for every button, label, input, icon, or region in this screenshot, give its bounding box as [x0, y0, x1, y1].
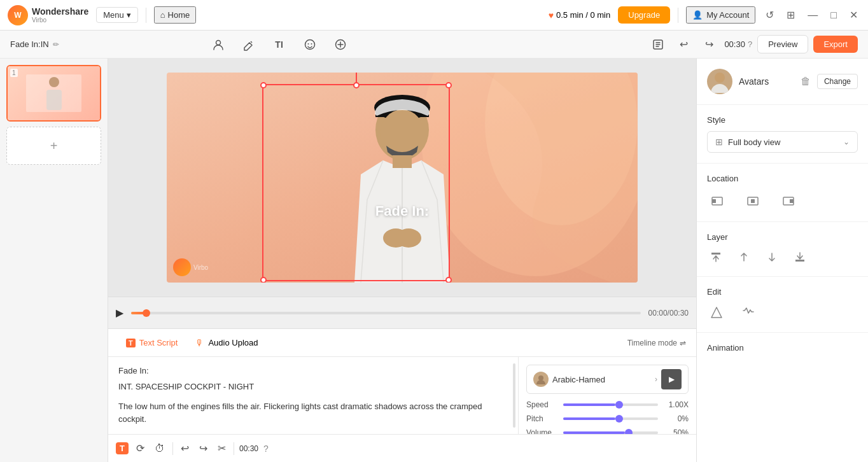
bottom-panel: T Text Script 🎙 Audio Upload Timeline mo… [108, 328, 696, 462]
slides-panel: 1 + [0, 59, 108, 462]
change-avatar-button[interactable]: Change [817, 74, 858, 89]
add-element-button[interactable] [330, 34, 351, 55]
export-button[interactable]: Export [813, 36, 858, 53]
slide-number-1: 1 [10, 69, 18, 77]
text-insert-button[interactable]: T [116, 442, 129, 454]
playback-time: 00:00/00:30 [648, 309, 689, 318]
play-button[interactable]: ▶ [116, 307, 123, 319]
align-right-button[interactable] [778, 191, 799, 211]
delete-avatar-icon[interactable]: 🗑 [801, 76, 811, 87]
grid-button[interactable]: ⊞ [784, 6, 797, 24]
redo-bottom-button[interactable]: ↪ [197, 440, 210, 457]
preview-button[interactable]: Preview [757, 35, 808, 53]
motion-button[interactable]: ⟳ [134, 440, 147, 457]
voice-selector[interactable]: Arabic-Hamed › ▶ [526, 365, 689, 394]
svg-rect-22 [751, 199, 755, 203]
edit-shape-button[interactable] [707, 303, 726, 322]
toolbar-center: TI [208, 34, 351, 55]
pitch-thumb[interactable] [615, 415, 623, 423]
svg-point-0 [216, 40, 220, 45]
svg-rect-26 [795, 260, 804, 262]
fade-in-text: Fade In: [375, 203, 429, 220]
toolbar-divider2 [234, 442, 234, 455]
svg-point-6 [49, 77, 59, 87]
svg-point-18 [715, 73, 725, 83]
timeline-mode-label: Timeline mode [627, 339, 677, 347]
tab-audio-upload[interactable]: 🎙 Audio Upload [188, 334, 265, 352]
volume-track[interactable] [563, 431, 658, 434]
menu-button[interactable]: Menu ▾ [96, 7, 138, 23]
volume-label: Volume [526, 428, 558, 434]
account-icon: 👤 [692, 10, 703, 20]
emoji-tool-button[interactable] [300, 34, 320, 55]
bottom-help-icon[interactable]: ? [263, 444, 269, 454]
layer-to-top-button[interactable] [707, 248, 725, 266]
layer-to-bottom-button[interactable] [791, 248, 809, 266]
topbar-divider [146, 8, 146, 23]
upgrade-button[interactable]: Upgrade [618, 6, 670, 24]
script-area[interactable]: Fade In: INT. SPACESHIP COCKPIT - NIGHT … [108, 357, 518, 434]
style-dropdown[interactable]: ⊞ Full body view ⌄ [707, 131, 858, 153]
undo-bottom-button[interactable]: ↩ [178, 440, 192, 457]
layer-down-button[interactable] [763, 248, 781, 266]
title-edit-icon[interactable]: ✏ [53, 40, 59, 49]
logo-icon: W [8, 5, 28, 25]
redo-button[interactable]: ↪ [699, 34, 719, 55]
logo-subtext: Virbo [32, 17, 88, 24]
time-display: 0.5 min / 0 min [556, 10, 610, 20]
script-line1: INT. SPACESHIP COCKPIT - NIGHT [118, 381, 508, 394]
align-center-button[interactable] [743, 191, 763, 211]
slide-item-1[interactable]: 1 [6, 65, 101, 122]
topbar: W Wondershare Virbo Menu ▾ ⌂ Home ♥ 0.5 … [0, 0, 868, 31]
notes-button[interactable] [648, 34, 668, 55]
tab-text-script[interactable]: T Text Script [118, 334, 185, 351]
canvas-wrapper: Fade In: Virbo [108, 59, 696, 297]
animation-title: Animation [707, 343, 858, 353]
animation-section: Animation [697, 332, 868, 369]
progress-thumb[interactable] [143, 309, 150, 317]
edit-audio-button[interactable] [739, 303, 758, 322]
avatar-row: Avatars 🗑 Change [707, 69, 858, 94]
home-label: Home [168, 10, 190, 20]
undo-button[interactable]: ↩ [673, 34, 694, 55]
scissor-button[interactable]: ✂ [215, 440, 228, 457]
right-panel: Avatars 🗑 Change Style ⊞ Full body view … [696, 59, 868, 462]
edit-section: Edit [697, 276, 868, 332]
time-info: ♥ 0.5 min / 0 min [549, 10, 611, 20]
audio-panel: Arabic-Hamed › ▶ Speed 1.00X [518, 357, 696, 434]
text-tool-button[interactable]: TI [269, 34, 290, 55]
avatar-tool-button[interactable] [208, 34, 228, 55]
play-voice-button[interactable]: ▶ [661, 369, 682, 389]
timeline-mode[interactable]: Timeline mode ⇌ [627, 339, 686, 347]
bottom-tabs: T Text Script 🎙 Audio Upload Timeline mo… [108, 329, 696, 357]
svg-point-2 [307, 43, 309, 45]
volume-thumb[interactable] [625, 429, 633, 434]
account-button[interactable]: 👤 My Account [686, 6, 755, 24]
watermark: Virbo [173, 258, 208, 276]
layer-up-button[interactable] [735, 248, 753, 266]
add-slide-button[interactable]: + [6, 127, 101, 165]
history-button[interactable]: ↺ [763, 6, 776, 24]
pitch-track[interactable] [563, 417, 658, 420]
style-section: Style ⊞ Full body view ⌄ [697, 105, 868, 164]
home-button[interactable]: ⌂ Home [154, 6, 197, 24]
minimize-button[interactable]: — [805, 8, 820, 22]
align-left-button[interactable] [707, 191, 727, 211]
layer-section: Layer [697, 221, 868, 276]
sliders: Speed 1.00X Pitch [526, 400, 689, 434]
svg-rect-7 [46, 90, 62, 110]
add-slide-icon: + [50, 139, 58, 153]
duration-help-icon[interactable]: ? [748, 39, 752, 49]
speed-track[interactable] [563, 403, 658, 406]
svg-rect-24 [790, 199, 794, 203]
maximize-button[interactable]: □ [828, 8, 839, 22]
svg-point-17 [538, 375, 543, 381]
canvas[interactable]: Fade In: Virbo [167, 73, 638, 283]
script-scrollbar[interactable] [513, 363, 515, 428]
speed-thumb[interactable] [615, 401, 623, 409]
close-button[interactable]: ✕ [847, 8, 860, 22]
watermark-text: Virbo [193, 264, 208, 271]
brush-tool-button[interactable] [239, 34, 259, 55]
progress-bar[interactable] [131, 312, 641, 314]
clock-button[interactable]: ⏱ [152, 440, 167, 457]
